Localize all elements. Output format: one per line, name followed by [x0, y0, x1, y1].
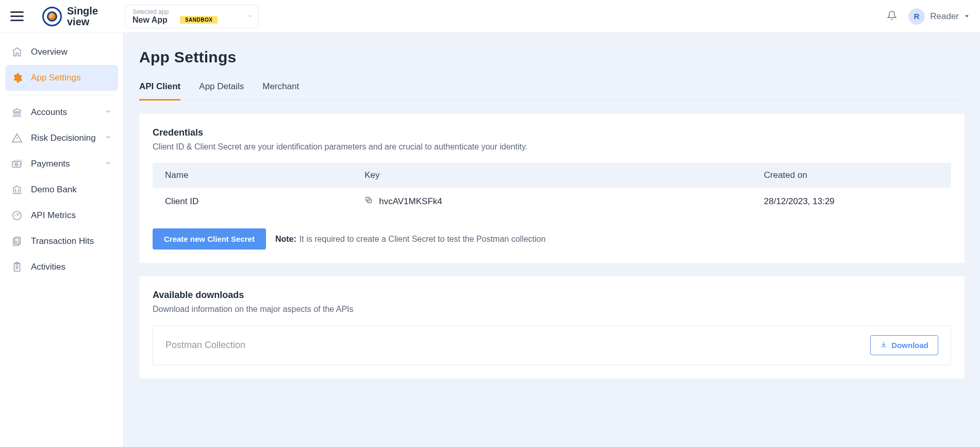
sidebar: Overview App Settings Accounts Risk Deci…	[0, 33, 124, 447]
app-selector-label: Selected app	[132, 8, 243, 15]
logo-line-2: view	[67, 16, 98, 27]
logo-text: Single view	[67, 6, 98, 27]
download-button-label: Download	[891, 341, 928, 350]
cash-icon	[11, 158, 23, 170]
note-label: Note:	[275, 235, 296, 243]
chevron-down-icon	[105, 108, 112, 117]
download-icon	[880, 341, 887, 350]
username: Reader	[930, 11, 959, 22]
user-menu[interactable]: R Reader	[908, 8, 970, 25]
tab-merchant[interactable]: Merchant	[262, 78, 299, 100]
sidebar-item-label: Demo Bank	[31, 185, 77, 195]
gauge-icon	[11, 210, 23, 221]
sidebar-item-payments[interactable]: Payments	[5, 151, 118, 177]
tabs: API Client App Details Merchant	[139, 78, 965, 101]
bank-icon	[11, 184, 23, 195]
chevron-down-icon	[105, 134, 112, 143]
credentials-desc: Client ID & Client Secret are your ident…	[153, 142, 951, 152]
svg-rect-1	[12, 161, 21, 167]
sidebar-item-transaction-hits[interactable]: Transaction Hits	[5, 228, 118, 254]
bell-icon[interactable]	[887, 10, 897, 23]
sidebar-item-label: App Settings	[31, 73, 80, 83]
sidebar-item-overview[interactable]: Overview	[5, 39, 118, 65]
files-icon	[11, 236, 23, 247]
note-text: It is required to create a Client Secret…	[300, 235, 546, 243]
sidebar-item-label: Payments	[31, 159, 70, 169]
sidebar-item-accounts[interactable]: Accounts	[5, 100, 118, 125]
sidebar-item-label: Overview	[31, 47, 68, 57]
header: Single view Selected app New App SANDBOX…	[0, 0, 980, 33]
sandbox-badge: SANDBOX	[180, 16, 218, 24]
logo[interactable]: Single view	[42, 6, 98, 27]
chevron-down-icon	[105, 159, 112, 169]
caret-down-icon	[964, 12, 970, 21]
cell-created: 28/12/2023, 13:29	[752, 188, 951, 215]
sidebar-item-label: API Metrics	[31, 210, 76, 221]
sidebar-item-activities[interactable]: Activities	[5, 254, 118, 280]
sidebar-item-label: Risk Decisioning	[31, 133, 96, 143]
home-icon	[11, 46, 23, 58]
col-name: Name	[153, 163, 352, 188]
downloads-title: Available downloads	[153, 290, 951, 301]
sidebar-item-label: Accounts	[31, 107, 67, 118]
menu-icon[interactable]	[10, 10, 24, 23]
logo-line-1: Single	[67, 6, 98, 16]
create-client-secret-button[interactable]: Create new Client Secret	[153, 228, 266, 250]
copy-icon[interactable]	[364, 196, 373, 207]
sidebar-item-label: Transaction Hits	[31, 236, 94, 246]
gear-icon	[11, 72, 23, 84]
warning-icon	[11, 133, 23, 144]
downloads-card: Available downloads Download information…	[139, 276, 965, 378]
logo-icon	[42, 7, 62, 26]
credentials-table: Name Key Created on Client ID	[153, 163, 951, 215]
content: App Settings API Client App Details Merc…	[124, 33, 980, 447]
avatar: R	[908, 8, 925, 25]
col-created: Created on	[752, 163, 951, 188]
table-row: Client ID hvcAV1MKSFk4 28/12/2023, 13:29	[153, 188, 951, 215]
bank-icon	[11, 107, 23, 118]
credentials-note: Note:It is required to create a Client S…	[275, 235, 545, 244]
chevron-down-icon	[247, 12, 253, 21]
sidebar-item-demo-bank[interactable]: Demo Bank	[5, 177, 118, 203]
credentials-card: Credentials Client ID & Client Secret ar…	[139, 114, 965, 263]
tab-app-details[interactable]: App Details	[199, 78, 244, 100]
cell-name: Client ID	[153, 188, 352, 215]
download-button[interactable]: Download	[870, 335, 938, 355]
svg-marker-0	[965, 15, 968, 17]
app-selector-value: New App	[132, 15, 168, 25]
cell-key: hvcAV1MKSFk4	[379, 196, 442, 207]
col-key: Key	[352, 163, 752, 188]
download-row: Postman Collection Download	[153, 325, 951, 365]
sidebar-item-api-metrics[interactable]: API Metrics	[5, 203, 118, 228]
page-title: App Settings	[139, 48, 965, 66]
sidebar-item-label: Activities	[31, 262, 65, 272]
clipboard-icon	[11, 261, 23, 273]
sidebar-item-risk-decisioning[interactable]: Risk Decisioning	[5, 125, 118, 151]
downloads-desc: Download information on the major aspect…	[153, 305, 951, 314]
credentials-title: Credentials	[153, 127, 951, 138]
app-selector[interactable]: Selected app New App SANDBOX	[125, 5, 259, 28]
sidebar-item-app-settings[interactable]: App Settings	[5, 65, 118, 91]
download-name: Postman Collection	[165, 340, 245, 351]
tab-api-client[interactable]: API Client	[139, 78, 180, 101]
